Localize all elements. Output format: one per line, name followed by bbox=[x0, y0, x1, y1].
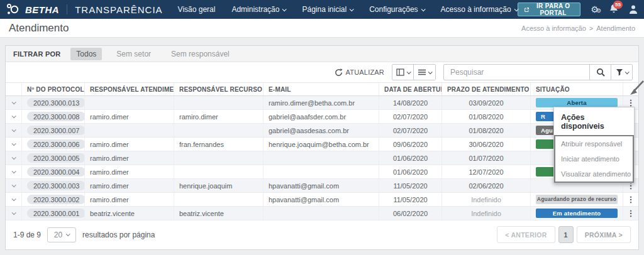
content-card: FILTRAR POR TodosSem setorSem responsáve… bbox=[5, 45, 639, 250]
row-expander[interactable] bbox=[6, 110, 22, 123]
cell-protocol: 2020.3000.008 bbox=[22, 110, 85, 123]
next-page-button[interactable]: PRÓXIMA > bbox=[577, 226, 631, 243]
filter-tab-todos[interactable]: Todos bbox=[70, 48, 102, 60]
row-expander[interactable] bbox=[6, 179, 22, 192]
list-options-button[interactable] bbox=[414, 65, 435, 80]
atendimento-table: Nº DO PROTOCOLORESPONSÁVEL ATENDIMENTORE… bbox=[6, 82, 638, 220]
column-header-situacao: SITUAÇÃO bbox=[531, 83, 623, 95]
search-icon bbox=[596, 68, 605, 77]
chevron-down-icon bbox=[282, 7, 287, 11]
nav-item-pagina-inicial[interactable]: Página inicial bbox=[302, 5, 353, 14]
chevron-down-icon bbox=[12, 183, 16, 187]
table-row: 2020.3000.001beatriz.vicentebeatriz.vice… bbox=[6, 207, 638, 220]
funnel-icon bbox=[616, 68, 623, 76]
cell-prazo: 02/06/2020 bbox=[442, 179, 531, 192]
chevron-down-icon bbox=[12, 114, 16, 118]
search-input[interactable] bbox=[444, 65, 589, 80]
table-toolbar: ATUALIZAR bbox=[6, 62, 638, 82]
row-expander[interactable] bbox=[6, 96, 22, 109]
portal-button-label: IR PARA O PORTAL bbox=[533, 3, 574, 16]
cell-prazo: 30/06/2020 bbox=[442, 138, 531, 151]
actions-dropdown-menu: Ações disponíveis Atribuir responsávelIn… bbox=[553, 107, 635, 183]
cell-email: ramiro.dimer@betha.com.br bbox=[264, 96, 379, 109]
protocol-pill: 2020.3000.004 bbox=[27, 167, 85, 176]
cell-actions: ⋮ bbox=[623, 207, 638, 220]
chevron-down-icon bbox=[625, 70, 629, 74]
filter-funnel-button[interactable] bbox=[611, 65, 632, 80]
nav-item-acesso-a-informacao[interactable]: Acesso à informação bbox=[441, 5, 518, 14]
cell-resp_recurso: henrique.joaquim bbox=[174, 179, 264, 192]
page-title: Atendimento bbox=[9, 22, 69, 35]
cell-resp_recurso bbox=[174, 165, 264, 178]
cell-resp_recurso: fran.fernandes bbox=[174, 138, 264, 151]
row-expander[interactable] bbox=[6, 193, 22, 206]
column-header-n-do-protocolo: Nº DO PROTOCOLO bbox=[22, 83, 85, 95]
brand-divider bbox=[67, 4, 67, 14]
refresh-button[interactable]: ATUALIZAR bbox=[335, 68, 385, 77]
chevron-down-icon bbox=[12, 141, 16, 146]
page-title-bar: Atendimento Acesso à informação>Atendime… bbox=[0, 19, 644, 38]
nav-item-configuracoes[interactable]: Configurações bbox=[369, 5, 424, 14]
breadcrumb-item-acesso-a-informacao[interactable]: Acesso à informação bbox=[521, 24, 586, 32]
screen: BETHA TRANSPARÊNCIA Visão geralAdministr… bbox=[0, 0, 644, 255]
settings-gears-icon[interactable]: ⚙⚙ bbox=[591, 5, 599, 14]
cell-abertura: 01/06/2020 bbox=[379, 151, 442, 165]
view-buttons-group bbox=[392, 64, 436, 80]
column-header-responsavel-recurso: RESPONSÁVEL RECURSO bbox=[174, 83, 264, 95]
row-actions-kebab[interactable]: ⋮ bbox=[627, 209, 635, 217]
menu-item-visualizar-atendimento[interactable]: Visualizar atendimento bbox=[555, 166, 633, 182]
brand: BETHA TRANSPARÊNCIA bbox=[6, 2, 163, 17]
filter-bar: FILTRAR POR TodosSem setorSem responsáve… bbox=[6, 46, 638, 62]
cell-actions: ⋮ bbox=[623, 193, 638, 206]
row-expander[interactable] bbox=[6, 138, 22, 151]
menu-item-atribuir-responsavel[interactable]: Atribuir responsável bbox=[555, 136, 633, 151]
status-badge: Em atendimento bbox=[536, 209, 618, 218]
column-header-expander bbox=[6, 83, 22, 95]
breadcrumb-item-atendimento: Atendimento bbox=[596, 24, 635, 32]
row-expander[interactable] bbox=[6, 165, 22, 178]
menu-item-iniciar-atendimento[interactable]: Iniciar atendimento bbox=[555, 151, 633, 166]
filter-tab-sem-responsavel[interactable]: Sem responsável bbox=[165, 48, 235, 60]
chevron-down-icon bbox=[12, 169, 16, 173]
nav-item-administracao[interactable]: Administração bbox=[231, 5, 286, 14]
row-expander[interactable] bbox=[6, 124, 22, 137]
cell-abertura: 09/06/2020 bbox=[379, 138, 442, 151]
chevron-down-icon bbox=[406, 70, 411, 74]
cell-prazo: 01/08/2020 bbox=[442, 110, 531, 123]
cell-email: gabriel@aasdesas.com.br bbox=[264, 124, 379, 137]
chevron-down-icon bbox=[12, 100, 16, 104]
go-to-portal-button[interactable]: IR PARA O PORTAL bbox=[518, 3, 581, 16]
previous-page-button[interactable]: < ANTERIOR bbox=[497, 226, 555, 243]
columns-icon bbox=[396, 68, 404, 76]
actions-menu-group: Atribuir responsávelIniciar atendimentoV… bbox=[554, 135, 634, 183]
row-expander[interactable] bbox=[6, 151, 22, 165]
row-expander[interactable] bbox=[6, 207, 22, 220]
row-actions-kebab[interactable]: ⋮ bbox=[627, 195, 635, 203]
notifications-bell-icon[interactable]: 55 bbox=[609, 3, 619, 16]
columns-picker-button[interactable] bbox=[392, 65, 414, 80]
page-size-select[interactable]: 20 bbox=[47, 227, 76, 242]
protocol-pill: 2020.3000.003 bbox=[27, 181, 85, 190]
cell-abertura: 02/07/2020 bbox=[379, 110, 442, 123]
cell-resp_recurso: ramiro.dimer bbox=[174, 110, 264, 123]
cell-resp_atendimento: ramiro.dimer bbox=[85, 110, 174, 123]
row-actions-kebab[interactable]: ⋮ bbox=[627, 99, 635, 107]
nav-item-visao-geral[interactable]: Visão geral bbox=[178, 5, 216, 14]
table-row: 2020.3000.002ramiro.dimerhpavanatti@gmai… bbox=[6, 193, 638, 207]
pagination-bar: 1-9 de 9 20 resultados por página < ANTE… bbox=[6, 220, 638, 249]
protocol-pill: 2020.3000.001 bbox=[27, 209, 85, 218]
search-button[interactable] bbox=[589, 65, 611, 80]
filter-tab-sem-setor[interactable]: Sem setor bbox=[111, 48, 157, 60]
current-page-button[interactable]: 1 bbox=[558, 226, 574, 243]
page-size-value: 20 bbox=[54, 231, 62, 239]
table-row: 2020.3000.013ramiro.dimer@betha.com.br14… bbox=[6, 96, 638, 110]
column-header-responsavel-atendimento: RESPONSÁVEL ATENDIMENTO bbox=[85, 83, 174, 95]
user-profile-icon[interactable] bbox=[629, 4, 638, 14]
protocol-pill: 2020.3000.007 bbox=[27, 126, 85, 135]
cell-resp_atendimento bbox=[85, 96, 174, 109]
protocol-pill: 2020.3000.006 bbox=[27, 139, 85, 149]
chevron-down-icon bbox=[12, 210, 16, 215]
column-header-prazo-de-atendimento: PRAZO DE ATENDIMENTO bbox=[442, 83, 531, 95]
cell-resp_atendimento: ramiro.dimer bbox=[85, 179, 174, 192]
list-icon bbox=[418, 69, 426, 75]
